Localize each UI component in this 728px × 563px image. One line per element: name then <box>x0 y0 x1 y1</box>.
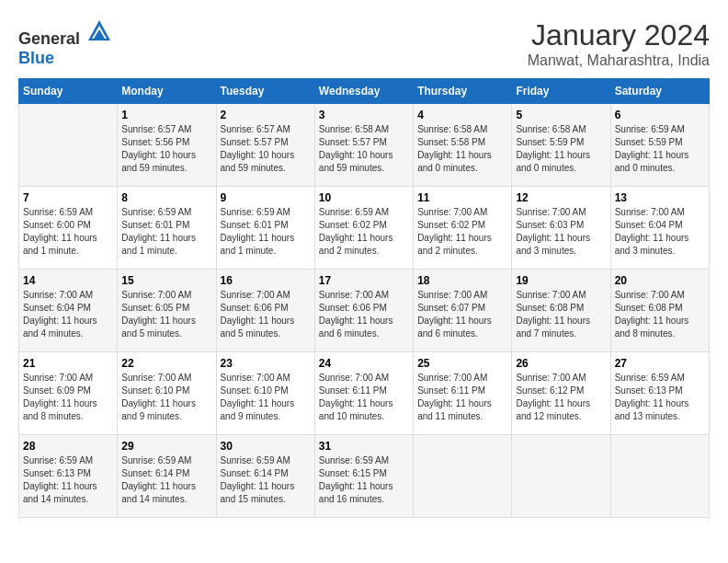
calendar-cell: 2Sunrise: 6:57 AM Sunset: 5:57 PM Daylig… <box>216 104 314 187</box>
day-number: 6 <box>615 109 705 121</box>
day-number: 12 <box>516 191 606 204</box>
page-header: General Blue January 2024 Manwat, Mahara… <box>18 18 710 69</box>
day-number: 20 <box>615 274 705 287</box>
day-number: 10 <box>319 191 409 204</box>
day-info: Sunrise: 7:00 AM Sunset: 6:11 PM Dayligh… <box>319 372 409 423</box>
day-number: 15 <box>121 274 211 287</box>
day-number: 19 <box>516 274 606 287</box>
logo-icon <box>86 18 112 44</box>
subtitle: Manwat, Maharashtra, India <box>528 52 710 69</box>
title-block: January 2024 Manwat, Maharashtra, India <box>528 18 710 69</box>
calendar-cell: 14Sunrise: 7:00 AM Sunset: 6:04 PM Dayli… <box>19 270 118 352</box>
day-number: 23 <box>221 357 311 370</box>
day-info: Sunrise: 7:00 AM Sunset: 6:05 PM Dayligh… <box>121 289 211 340</box>
day-number: 5 <box>516 109 606 121</box>
logo-general: General <box>18 29 80 48</box>
day-info: Sunrise: 7:00 AM Sunset: 6:04 PM Dayligh… <box>615 206 705 258</box>
day-header-monday: Monday <box>118 79 216 104</box>
day-number: 8 <box>121 191 211 204</box>
day-info: Sunrise: 7:00 AM Sunset: 6:09 PM Dayligh… <box>23 372 113 423</box>
calendar-cell: 17Sunrise: 7:00 AM Sunset: 6:06 PM Dayli… <box>314 270 413 352</box>
day-number: 4 <box>417 109 507 121</box>
calendar-cell: 18Sunrise: 7:00 AM Sunset: 6:07 PM Dayli… <box>414 270 512 352</box>
calendar-cell: 29Sunrise: 6:59 AM Sunset: 6:14 PM Dayli… <box>118 435 216 518</box>
calendar-week-1: 1Sunrise: 6:57 AM Sunset: 5:56 PM Daylig… <box>19 104 710 187</box>
day-number: 11 <box>417 191 507 204</box>
day-number: 24 <box>319 357 409 370</box>
calendar-cell <box>414 435 512 518</box>
day-number: 2 <box>221 109 311 121</box>
calendar-cell: 8Sunrise: 6:59 AM Sunset: 6:01 PM Daylig… <box>118 187 216 270</box>
calendar-cell: 26Sunrise: 7:00 AM Sunset: 6:12 PM Dayli… <box>512 352 610 435</box>
calendar-cell: 30Sunrise: 6:59 AM Sunset: 6:14 PM Dayli… <box>216 435 314 518</box>
day-number: 9 <box>221 191 311 204</box>
day-number: 30 <box>221 440 311 453</box>
calendar-cell: 31Sunrise: 6:59 AM Sunset: 6:15 PM Dayli… <box>314 435 413 518</box>
calendar-cell: 13Sunrise: 7:00 AM Sunset: 6:04 PM Dayli… <box>610 187 709 270</box>
day-info: Sunrise: 7:00 AM Sunset: 6:06 PM Dayligh… <box>221 289 311 340</box>
logo: General Blue <box>18 18 112 68</box>
day-info: Sunrise: 7:00 AM Sunset: 6:07 PM Dayligh… <box>417 289 507 340</box>
day-info: Sunrise: 6:59 AM Sunset: 6:13 PM Dayligh… <box>615 372 705 423</box>
calendar-week-5: 28Sunrise: 6:59 AM Sunset: 6:13 PM Dayli… <box>19 435 710 518</box>
day-number: 29 <box>121 440 211 453</box>
calendar-cell: 23Sunrise: 7:00 AM Sunset: 6:10 PM Dayli… <box>216 352 314 435</box>
day-info: Sunrise: 7:00 AM Sunset: 6:06 PM Dayligh… <box>319 289 409 340</box>
logo-blue: Blue <box>18 49 54 67</box>
day-info: Sunrise: 6:59 AM Sunset: 6:01 PM Dayligh… <box>121 206 211 258</box>
day-info: Sunrise: 6:57 AM Sunset: 5:56 PM Dayligh… <box>121 123 211 175</box>
calendar-cell: 4Sunrise: 6:58 AM Sunset: 5:58 PM Daylig… <box>414 104 512 187</box>
calendar-cell: 11Sunrise: 7:00 AM Sunset: 6:02 PM Dayli… <box>414 187 512 270</box>
day-info: Sunrise: 6:58 AM Sunset: 5:57 PM Dayligh… <box>319 123 409 175</box>
day-number: 21 <box>23 357 113 370</box>
calendar-cell: 6Sunrise: 6:59 AM Sunset: 5:59 PM Daylig… <box>610 104 709 187</box>
calendar-cell: 24Sunrise: 7:00 AM Sunset: 6:11 PM Dayli… <box>314 352 413 435</box>
main-title: January 2024 <box>528 18 710 52</box>
day-info: Sunrise: 6:59 AM Sunset: 6:02 PM Dayligh… <box>319 206 409 258</box>
day-number: 16 <box>221 274 311 287</box>
calendar-header-row: SundayMondayTuesdayWednesdayThursdayFrid… <box>19 79 710 104</box>
calendar-cell: 15Sunrise: 7:00 AM Sunset: 6:05 PM Dayli… <box>118 270 216 352</box>
day-number: 22 <box>121 357 211 370</box>
calendar-table: SundayMondayTuesdayWednesdayThursdayFrid… <box>18 78 710 518</box>
day-info: Sunrise: 6:59 AM Sunset: 6:14 PM Dayligh… <box>221 454 311 506</box>
day-header-thursday: Thursday <box>414 79 512 104</box>
calendar-cell: 28Sunrise: 6:59 AM Sunset: 6:13 PM Dayli… <box>19 435 118 518</box>
day-header-wednesday: Wednesday <box>314 79 413 104</box>
day-info: Sunrise: 7:00 AM Sunset: 6:10 PM Dayligh… <box>221 372 311 423</box>
day-number: 13 <box>615 191 705 204</box>
calendar-cell: 5Sunrise: 6:58 AM Sunset: 5:59 PM Daylig… <box>512 104 610 187</box>
day-info: Sunrise: 6:58 AM Sunset: 5:59 PM Dayligh… <box>516 123 606 175</box>
day-info: Sunrise: 7:00 AM Sunset: 6:12 PM Dayligh… <box>516 372 606 423</box>
day-info: Sunrise: 6:59 AM Sunset: 6:15 PM Dayligh… <box>319 454 409 506</box>
calendar-cell: 9Sunrise: 6:59 AM Sunset: 6:01 PM Daylig… <box>216 187 314 270</box>
calendar-cell: 7Sunrise: 6:59 AM Sunset: 6:00 PM Daylig… <box>19 187 118 270</box>
day-number: 26 <box>516 357 606 370</box>
day-number: 31 <box>319 440 409 453</box>
day-info: Sunrise: 6:58 AM Sunset: 5:58 PM Dayligh… <box>417 123 507 175</box>
day-number: 18 <box>417 274 507 287</box>
day-info: Sunrise: 6:59 AM Sunset: 6:01 PM Dayligh… <box>221 206 311 258</box>
day-number: 14 <box>23 274 113 287</box>
day-number: 1 <box>121 109 211 121</box>
day-number: 25 <box>417 357 507 370</box>
calendar-cell <box>19 104 118 187</box>
calendar-week-4: 21Sunrise: 7:00 AM Sunset: 6:09 PM Dayli… <box>19 352 710 435</box>
calendar-cell: 3Sunrise: 6:58 AM Sunset: 5:57 PM Daylig… <box>314 104 413 187</box>
calendar-cell: 10Sunrise: 6:59 AM Sunset: 6:02 PM Dayli… <box>314 187 413 270</box>
calendar-cell: 27Sunrise: 6:59 AM Sunset: 6:13 PM Dayli… <box>610 352 709 435</box>
day-info: Sunrise: 6:59 AM Sunset: 6:14 PM Dayligh… <box>121 454 211 506</box>
day-info: Sunrise: 7:00 AM Sunset: 6:02 PM Dayligh… <box>417 206 507 258</box>
day-info: Sunrise: 6:59 AM Sunset: 5:59 PM Dayligh… <box>615 123 705 175</box>
calendar-cell <box>610 435 709 518</box>
day-info: Sunrise: 7:00 AM Sunset: 6:08 PM Dayligh… <box>516 289 606 340</box>
day-header-saturday: Saturday <box>610 79 709 104</box>
day-info: Sunrise: 6:57 AM Sunset: 5:57 PM Dayligh… <box>221 123 311 175</box>
day-header-friday: Friday <box>512 79 610 104</box>
calendar-cell <box>512 435 610 518</box>
calendar-cell: 20Sunrise: 7:00 AM Sunset: 6:08 PM Dayli… <box>610 270 709 352</box>
day-info: Sunrise: 7:00 AM Sunset: 6:10 PM Dayligh… <box>121 372 211 423</box>
day-info: Sunrise: 6:59 AM Sunset: 6:13 PM Dayligh… <box>23 454 113 506</box>
calendar-cell: 19Sunrise: 7:00 AM Sunset: 6:08 PM Dayli… <box>512 270 610 352</box>
calendar-cell: 22Sunrise: 7:00 AM Sunset: 6:10 PM Dayli… <box>118 352 216 435</box>
